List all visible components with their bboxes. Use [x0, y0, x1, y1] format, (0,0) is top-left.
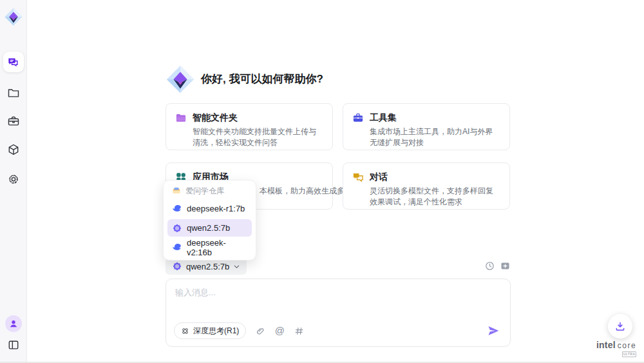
indigo-briefcase-icon: [352, 112, 364, 124]
atom-icon: [181, 327, 189, 335]
model-menu-group-label: 爱问学仓库: [185, 186, 224, 197]
chevron-down-icon: [233, 263, 240, 270]
deep-think-label: 深度思考(R1): [193, 326, 239, 337]
card-conversation[interactable]: 对话 灵活切换多模型文件，支持多样回复效果调试，满足个性化需求: [343, 162, 510, 210]
sidebar-item-folders[interactable]: [7, 86, 20, 99]
card-toolset[interactable]: 工具集 集成市场上主流工具，助力AI与外界无缝扩展与对接: [343, 103, 510, 150]
card-description: 智能文件夹功能支持批量文件上传与清洗，轻松实现文件问答: [193, 126, 323, 148]
sidebar-item-chat[interactable]: [3, 52, 24, 72]
gold-chat-bubbles-icon: [352, 172, 364, 183]
card-text: 对话 灵活切换多模型文件，支持多样回复效果调试，满足个性化需求: [370, 171, 500, 201]
model-option-deepseek-v2[interactable]: deepseek-v2:16b: [167, 239, 252, 256]
deep-think-toggle[interactable]: 深度思考(R1): [174, 322, 246, 339]
card-description: 集成市场上主流工具，助力AI与外界无缝扩展与对接: [370, 126, 500, 148]
card-title: 对话: [370, 171, 500, 182]
model-option-label: deepseek-r1:7b: [187, 204, 245, 213]
history-button[interactable]: [484, 260, 495, 271]
intel-logo-text: intel core: [596, 340, 636, 350]
app-logo-icon: [4, 7, 23, 26]
attachment-paperclip-icon[interactable]: [255, 326, 265, 336]
model-dropdown-menu: 爱问学仓库 deepseek-r1:7b qwen2.5:7b: [163, 180, 256, 260]
sidebar-item-toolbox[interactable]: [7, 115, 20, 128]
card-title: 工具集: [370, 112, 500, 123]
card-smart-folder[interactable]: 智能文件夹 智能文件夹功能支持批量文件上传与清洗，轻松实现文件问答: [166, 103, 333, 150]
card-description: 灵活切换多模型文件，支持多样回复效果调试，满足个性化需求: [370, 186, 500, 208]
mention-at-icon[interactable]: @: [274, 326, 285, 336]
repository-icon: [172, 186, 181, 195]
card-text: 工具集 集成市场上主流工具，助力AI与外界无缝扩展与对接: [370, 112, 500, 142]
sidebar-item-models[interactable]: [7, 143, 20, 156]
message-composer: 深度思考(R1) @: [166, 279, 511, 347]
deepseek-whale-icon: [172, 204, 182, 214]
greeting-logo-icon: [166, 64, 195, 94]
intel-wordmark: intel: [596, 340, 616, 350]
ultra-badge: ultra: [622, 351, 636, 357]
app-window: 你好, 我可以如何帮助你? 智能文件夹 智能文件夹功能支持批量文件上传与清洗，轻…: [0, 0, 644, 363]
download-button[interactable]: [608, 314, 632, 338]
send-button[interactable]: [487, 324, 500, 337]
download-icon: [614, 320, 626, 332]
core-wordmark: core: [618, 341, 636, 350]
sidebar-item-settings[interactable]: [7, 173, 20, 186]
user-avatar[interactable]: [5, 315, 22, 332]
chat-bubble-icon: [7, 56, 19, 68]
selected-model-label: qwen2.5:7b: [186, 262, 229, 271]
deepseek-whale-icon: [172, 242, 182, 253]
cube-icon: [7, 143, 20, 156]
purple-folder-icon: [175, 112, 187, 124]
user-icon: [8, 319, 19, 329]
sidebar-collapse-button[interactable]: [7, 338, 20, 351]
card-text: 智能文件夹 智能文件夹功能支持批量文件上传与清洗，轻松实现文件问答: [193, 112, 323, 142]
model-option-label: qwen2.5:7b: [187, 223, 230, 233]
intel-core-badge: intel core ultra: [596, 340, 636, 357]
qwen-logo-icon: [172, 261, 182, 271]
gear-icon: [7, 173, 20, 186]
model-option-qwen[interactable]: qwen2.5:7b: [167, 219, 252, 237]
message-input[interactable]: [175, 287, 497, 313]
greeting-title: 你好, 我可以如何帮助你?: [201, 72, 323, 86]
sidebar: [0, 0, 27, 362]
card-title: 智能文件夹: [193, 112, 323, 123]
model-menu-group-header: 爱问学仓库: [164, 184, 256, 198]
composer-toolbar: 深度思考(R1) @: [174, 322, 304, 339]
hashtag-icon[interactable]: [294, 326, 304, 336]
qwen-logo-icon: [172, 223, 182, 233]
layout-panel-icon: [7, 338, 20, 351]
briefcase-icon: [7, 115, 20, 128]
folder-icon: [7, 86, 20, 99]
new-chat-button[interactable]: [500, 260, 511, 271]
model-option-deepseek-r1[interactable]: deepseek-r1:7b: [167, 200, 252, 217]
model-option-label: deepseek-v2:16b: [187, 238, 247, 257]
